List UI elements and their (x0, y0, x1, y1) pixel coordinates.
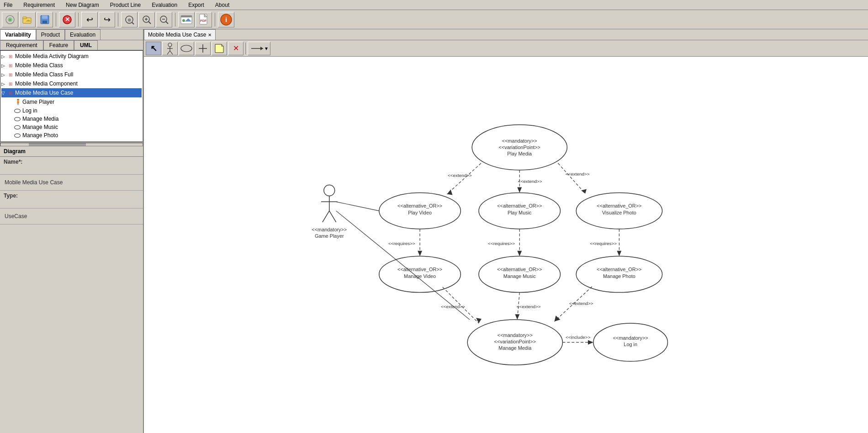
svg-text:<<alternative_OR>>: <<alternative_OR>> (397, 267, 442, 272)
svg-rect-7 (42, 16, 48, 19)
link-tool-button[interactable] (195, 42, 211, 55)
svg-rect-8 (42, 21, 47, 23)
actor-tool-button[interactable] (162, 42, 178, 55)
menu-product-line[interactable]: Product Line (108, 1, 143, 9)
menu-new-diagram[interactable]: New Diagram (64, 1, 101, 9)
svg-text:<<alternative_OR>>: <<alternative_OR>> (497, 203, 542, 208)
tree-item-login[interactable]: Log in (1, 107, 142, 115)
open-button[interactable] (19, 12, 36, 27)
tree-item-usecase[interactable]: ▽ ⊞ Mobile Media Use Case (1, 88, 142, 97)
svg-text:<<alternative_OR>>: <<alternative_OR>> (597, 267, 641, 272)
svg-line-71 (336, 202, 379, 211)
canvas-tab-main[interactable]: Mobile Media Use Case ✕ (144, 29, 216, 40)
svg-point-23 (182, 19, 185, 22)
svg-text:Play Video: Play Video (408, 210, 432, 215)
diag-sep-1 (245, 43, 246, 54)
tree-item-managemedia[interactable]: Manage Media (1, 115, 142, 123)
svg-marker-94 (515, 314, 519, 320)
svg-line-15 (148, 21, 151, 24)
zoom-fit-button[interactable]: ⊗ (121, 12, 138, 27)
svg-line-33 (167, 51, 170, 54)
svg-text:<<alternative_OR>>: <<alternative_OR>> (497, 267, 542, 272)
tree-area[interactable]: ▷ ⊞ Mobile Media Activity Diagram ▷ ⊞ Mo… (0, 50, 143, 142)
svg-text:<<mandatory>>: <<mandatory>> (312, 227, 347, 232)
svg-text:+: + (9, 17, 11, 22)
note-tool-button[interactable] (212, 42, 227, 55)
svg-text:<<requires>>: <<requires>> (488, 241, 515, 246)
name-label: Name*: (4, 159, 139, 165)
name-input[interactable] (4, 166, 139, 172)
svg-marker-82 (418, 251, 422, 256)
tree-item-component[interactable]: ▷ ⊞ Mobile Media Component (1, 79, 142, 88)
export-pdf-button[interactable]: PDF (196, 12, 212, 27)
subtab-requirement[interactable]: Requirement (0, 40, 43, 50)
zoom-in-button[interactable] (138, 12, 155, 27)
subtab-uml[interactable]: UML (74, 40, 98, 50)
export-image-button[interactable] (178, 12, 195, 27)
actor-icon: 🧍 (14, 98, 21, 106)
diagram-icon-class: ⊞ (7, 62, 14, 69)
menu-evaluation[interactable]: Evaluation (150, 1, 179, 9)
usecase-tool-button[interactable] (179, 42, 194, 55)
svg-text:Manage Music: Manage Music (503, 273, 536, 279)
tree-scrollbar[interactable] (0, 142, 143, 146)
toolbar-sep-2 (78, 13, 79, 27)
tab-variability[interactable]: Variability (0, 29, 36, 40)
svg-line-46 (323, 211, 329, 222)
diagram-canvas[interactable]: <<mandatory>> Game Player <<mandatory>> … (144, 57, 868, 433)
svg-text:<<include>>: <<include>> (566, 335, 591, 340)
type-input[interactable] (4, 200, 139, 206)
svg-line-78 (558, 163, 585, 193)
tree-item-class-full[interactable]: ▷ ⊞ Mobile Media Class Full (1, 70, 142, 79)
svg-text:Play Media: Play Media (507, 151, 532, 156)
tree-item-activity[interactable]: ▷ ⊞ Mobile Media Activity Diagram (1, 52, 142, 61)
info-button[interactable]: i (218, 12, 234, 27)
svg-text:<<variationPoint>>: <<variationPoint>> (499, 144, 540, 150)
tree-item-gameplayer[interactable]: 🧍 Game Player (1, 97, 142, 107)
diagram-toolbar: ↖ ✕ ▾ (144, 40, 868, 57)
main-toolbar: + ✕ ↩ ↪ ⊗ PDF i (0, 10, 868, 29)
svg-text:<<extend>>: <<extend>> (517, 304, 541, 309)
actor-gameplayer[interactable]: <<mandatory>> Game Player (312, 185, 347, 239)
redo-button[interactable]: ↪ (99, 12, 115, 27)
svg-marker-100 (588, 340, 593, 345)
line-style-button[interactable]: ▾ (248, 42, 270, 55)
svg-line-12 (132, 22, 134, 24)
subtab-feature[interactable]: Feature (43, 40, 74, 50)
svg-text:<<mandatory>>: <<mandatory>> (498, 332, 533, 338)
delete-button[interactable]: ✕ (59, 12, 75, 27)
tab-close-button[interactable]: ✕ (208, 32, 212, 37)
usecase-icon-login (14, 109, 21, 113)
diagram-tab-label[interactable]: Diagram (0, 146, 143, 157)
canvas-area: Mobile Media Use Case ✕ ↖ ✕ (144, 29, 868, 433)
diagram-icon-usecase: ⊞ (7, 89, 14, 96)
zoom-out-button[interactable] (156, 12, 172, 27)
menu-file[interactable]: File (2, 1, 14, 9)
description-value: Mobile Media Use Case (4, 178, 139, 187)
tab-evaluation[interactable]: Evaluation (65, 29, 101, 40)
sub-tabs: Requirement Feature UML (0, 40, 143, 50)
svg-text:<<extend>>: <<extend>> (448, 173, 472, 178)
main-layout: Variability Product Evaluation Requireme… (0, 29, 868, 433)
select-tool-button[interactable]: ↖ (146, 42, 161, 55)
svg-text:<<mandatory>>: <<mandatory>> (613, 335, 648, 341)
tree-item-managemusic[interactable]: Manage Music (1, 123, 142, 131)
svg-line-47 (329, 211, 336, 222)
menu-requirement[interactable]: Requirement (21, 1, 57, 9)
svg-marker-97 (555, 315, 561, 321)
tree-item-managephoto[interactable]: Manage Photo (1, 131, 142, 139)
menu-export[interactable]: Export (186, 1, 206, 9)
save-button[interactable] (37, 12, 53, 27)
toolbar-sep-5 (215, 13, 215, 27)
delete-tool-button[interactable]: ✕ (228, 42, 243, 55)
svg-marker-76 (517, 187, 522, 193)
svg-text:<<variationPoint>>: <<variationPoint>> (494, 339, 536, 344)
new-button[interactable]: + (2, 12, 18, 27)
tab-product[interactable]: Product (36, 29, 65, 40)
svg-text:⊗: ⊗ (127, 17, 131, 22)
svg-text:✕: ✕ (65, 16, 70, 23)
toolbar-sep-3 (118, 13, 118, 27)
menu-about[interactable]: About (213, 1, 231, 9)
undo-button[interactable]: ↩ (81, 12, 98, 27)
tree-item-class[interactable]: ▷ ⊞ Mobile Media Class (1, 61, 142, 70)
